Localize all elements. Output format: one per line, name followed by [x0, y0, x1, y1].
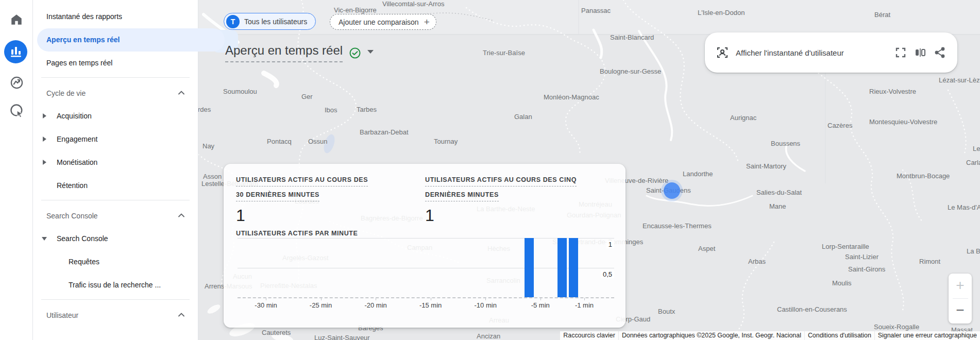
audience-chip-label: Tous les utilisateurs [244, 18, 307, 26]
x-axis-tick [321, 298, 322, 300]
map-label: Le [973, 145, 980, 152]
map-label: Saint-Martory [746, 162, 786, 170]
map-label: Salies-du-Salat [756, 189, 802, 196]
title-dropdown-caret-icon[interactable] [367, 50, 374, 54]
chart-x-axis [238, 297, 614, 298]
sidebar-item[interactable]: Trafic issu de la recherche ... [69, 279, 161, 291]
x-axis-label: -10 min [475, 301, 497, 309]
map-label: Cauterets [262, 329, 291, 336]
sidebar-item[interactable]: Pages en temps réel [46, 57, 112, 69]
expand-arrow-icon[interactable] [43, 113, 46, 118]
snapshot-toolbar: Afficher l'instantané d'utilisateur [705, 32, 957, 73]
map-label: Pontacq [267, 138, 292, 145]
map-label: Tournay [434, 138, 458, 145]
fullscreen-icon[interactable] [894, 46, 907, 59]
data-quality-check-icon[interactable] [349, 47, 361, 59]
sidebar-section-header[interactable]: Search Console [46, 210, 98, 222]
map-label: Ibos [325, 106, 337, 114]
zoom-in-button[interactable]: + [949, 274, 972, 298]
map-label: Barbazan-Debat [360, 128, 409, 136]
collapse-arrow-icon[interactable] [42, 237, 47, 241]
zoom-out-button[interactable]: − [949, 299, 972, 324]
map-label: Trie-sur-Baïse [483, 49, 525, 57]
map-label: Ger [301, 93, 313, 100]
map-label: Luz-Saint-Sauveur [314, 334, 370, 340]
map-label: Montesquieu-Volvestre [869, 118, 937, 126]
map-label: Rimont [919, 258, 940, 265]
x-axis-tick [485, 298, 486, 300]
expand-arrow-icon[interactable] [43, 160, 46, 165]
ga-realtime-page: Villecomtal-sur-ArrosVic-en-BigorrePanas… [0, 0, 980, 340]
x-axis-tick [376, 298, 376, 300]
map-label: Panassac [581, 7, 611, 14]
share-icon[interactable] [934, 46, 946, 59]
sidebar-item[interactable]: Acquisition [57, 110, 92, 122]
map-label: Rieux-Volvestre [869, 88, 916, 95]
x-axis-label: -25 min [310, 301, 332, 309]
map-label: Soueix-Rogalle [874, 323, 919, 331]
map-label: Mane [769, 202, 786, 210]
sidebar-item[interactable]: Requêtes [69, 256, 99, 267]
advertising-nav-button[interactable] [0, 103, 33, 118]
sidebar-section-header[interactable]: Utilisateur [46, 310, 78, 321]
compare-panels-icon[interactable] [914, 46, 926, 59]
attribution-link[interactable]: Raccourcis clavier [560, 331, 618, 340]
bar [569, 238, 578, 297]
map-label: Aspet [698, 245, 715, 252]
sidebar-item[interactable]: Aperçu en temps réel [46, 34, 120, 45]
app-navigation-rail [0, 0, 33, 340]
map-label: Asson [203, 173, 222, 180]
reports-sidebar: Instantané des rapportsAperçu en temps r… [33, 0, 198, 340]
add-comparison-chip[interactable]: Ajouter une comparaison + [330, 14, 436, 30]
map-label: Vic-en-Bigorre [334, 6, 377, 14]
x-axis-tick [584, 298, 585, 300]
map-label: Moulis [832, 279, 852, 287]
map-label: Cazères [827, 122, 852, 129]
sidebar-item[interactable]: Instantané des rapports [46, 11, 122, 22]
sidebar-divider [41, 77, 190, 78]
map-label: Ancizan [477, 332, 500, 340]
explore-nav-button[interactable] [0, 76, 33, 90]
map-label: Lorp-Sentaraille [822, 243, 869, 250]
realtime-overview-card: UTILISATEURS ACTIFS AU COURS DES 30 DERN… [224, 164, 626, 328]
attribution-link[interactable]: Conditions d'utilisation [805, 331, 874, 340]
sidebar-item[interactable]: Engagement [57, 133, 97, 145]
map-label: Soumoulou [223, 88, 257, 95]
sidebar-item[interactable]: Rétention [57, 180, 88, 191]
map-label: Nay [202, 142, 214, 150]
bar [557, 238, 567, 297]
x-axis-label: -5 min [531, 301, 550, 309]
reports-nav-button[interactable] [4, 40, 27, 63]
x-axis-tick [266, 298, 266, 300]
map-label: Bérat [874, 11, 890, 19]
active-user-map-dot[interactable] [664, 182, 680, 199]
users-per-minute-chart: -30 min-25 min-20 min-15 min-10 min-5 mi… [238, 164, 614, 328]
map-label: Boutx [658, 308, 675, 315]
sidebar-item[interactable]: Monétisation [57, 157, 97, 168]
expand-arrow-icon[interactable] [43, 137, 46, 142]
map-label: Villecomtal-sur-Arros [382, 0, 444, 8]
audience-avatar: T [226, 15, 240, 28]
map-label: Monléon-Magnoac [544, 93, 599, 101]
sidebar-section-header[interactable]: Cycle de vie [46, 88, 86, 99]
audience-chip-all-users[interactable]: T Tous les utilisateurs [224, 13, 316, 30]
home-nav-button[interactable] [0, 13, 33, 26]
snapshot-button-label[interactable]: Afficher l'instantané d'utilisateur [736, 48, 844, 57]
map-copyright-text: Données cartographiques ©2025 Google, In… [619, 331, 804, 340]
home-icon [10, 13, 23, 26]
x-axis-tick [540, 298, 541, 300]
advertising-icon [9, 103, 24, 118]
collapse-chevron-icon[interactable] [178, 213, 184, 217]
user-snapshot-icon[interactable] [716, 46, 729, 59]
x-axis-tick [431, 298, 431, 300]
collapse-chevron-icon[interactable] [178, 91, 184, 95]
x-axis-label: -30 min [255, 301, 277, 309]
map-label: Ossun [308, 138, 328, 145]
map-label: Saint-Blancard [610, 33, 654, 41]
map-label: Saint-Lizier [845, 253, 878, 261]
y-axis-label: 1 [606, 241, 614, 248]
map-label: Saint-Girons [848, 265, 885, 273]
collapse-chevron-icon[interactable] [178, 313, 184, 317]
attribution-link[interactable]: Signaler une erreur cartographique [875, 331, 980, 340]
sidebar-item[interactable]: Search Console [57, 233, 108, 244]
